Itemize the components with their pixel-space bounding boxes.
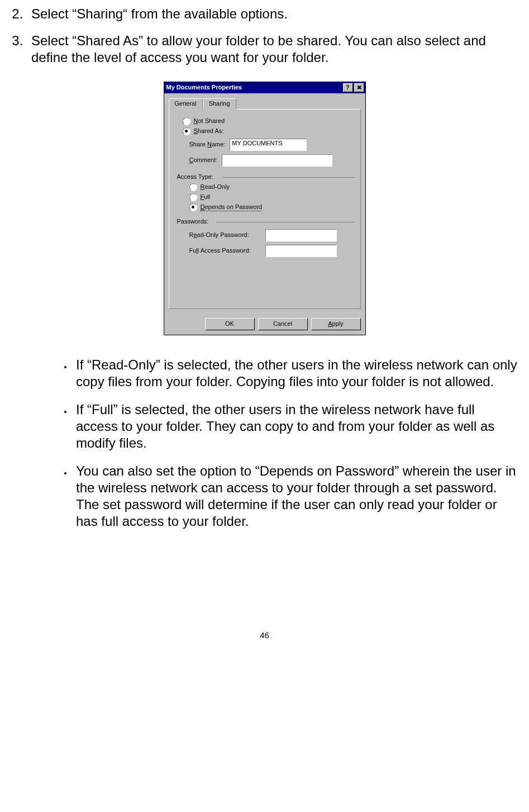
page-number: 46 — [11, 630, 518, 641]
step-2: Select “Sharing“ from the available opti… — [27, 6, 518, 22]
full-password-input[interactable] — [265, 245, 337, 257]
cancel-button[interactable]: Cancel — [258, 318, 308, 330]
step-list: Select “Sharing“ from the available opti… — [11, 6, 518, 66]
dialog-title: My Documents Properties — [166, 84, 242, 92]
radio-icon — [183, 117, 190, 125]
tab-panel-sharing: Not Shared Shared As: Share Name: MY DOC… — [169, 109, 361, 309]
radio-not-shared[interactable]: Not Shared — [183, 117, 355, 125]
bullet-list: If “Read-Only” is selected, the other us… — [11, 357, 518, 530]
access-type-group-label: Access Type: — [177, 173, 355, 181]
close-button[interactable]: ✖ — [354, 83, 364, 92]
radio-icon — [189, 193, 197, 201]
passwords-group-label: Passwords: — [177, 218, 355, 226]
ok-button[interactable]: OK — [205, 318, 255, 330]
apply-button[interactable]: Apply — [311, 318, 361, 330]
radio-label: Read-Only — [201, 183, 230, 191]
radio-read-only[interactable]: Read-Only — [189, 183, 355, 191]
properties-dialog: My Documents Properties ? ✖ General Shar… — [164, 82, 366, 335]
step-3: Select “Shared As” to allow your folder … — [27, 32, 518, 66]
comment-input[interactable] — [222, 154, 332, 167]
share-name-label: Share Name: — [189, 141, 226, 149]
help-button[interactable]: ? — [343, 83, 353, 92]
bullet-read-only: If “Read-Only” is selected, the other us… — [73, 357, 518, 390]
radio-label: Full — [201, 193, 211, 201]
radio-label: Not Shared — [194, 117, 225, 125]
tab-sharing[interactable]: Sharing — [203, 98, 236, 110]
question-icon: ? — [346, 84, 349, 92]
radio-label: Depends on Password — [201, 203, 263, 212]
radio-depends-password[interactable]: Depends on Password — [189, 203, 355, 212]
ro-password-label: Read-Only Password: — [189, 231, 261, 239]
close-icon: ✖ — [357, 84, 361, 92]
comment-label: Comment: — [189, 156, 218, 164]
radio-icon — [183, 127, 190, 135]
comment-row: Comment: — [189, 154, 355, 167]
ro-password-input[interactable] — [265, 229, 337, 241]
tab-general[interactable]: General — [169, 98, 203, 110]
radio-icon — [189, 183, 197, 191]
ro-password-row: Read-Only Password: — [189, 229, 355, 241]
share-name-row: Share Name: MY DOCUMENTS — [189, 139, 355, 151]
bullet-full: If “Full” is selected, the other users i… — [73, 401, 518, 452]
radio-icon — [189, 203, 197, 211]
full-password-label: Full Access Password: — [189, 247, 261, 255]
radio-full[interactable]: Full — [189, 193, 355, 201]
titlebar: My Documents Properties ? ✖ — [164, 82, 365, 93]
full-password-row: Full Access Password: — [189, 245, 355, 257]
share-name-input[interactable]: MY DOCUMENTS — [230, 139, 307, 151]
radio-shared-as[interactable]: Shared As: — [183, 127, 355, 135]
dialog-figure: My Documents Properties ? ✖ General Shar… — [11, 82, 518, 335]
radio-label: Shared As: — [194, 127, 224, 135]
bullet-depends-password: You can also set the option to “Depends … — [73, 463, 518, 530]
dialog-button-bar: OK Cancel Apply — [164, 314, 365, 335]
tab-strip: General Sharing — [169, 98, 361, 110]
